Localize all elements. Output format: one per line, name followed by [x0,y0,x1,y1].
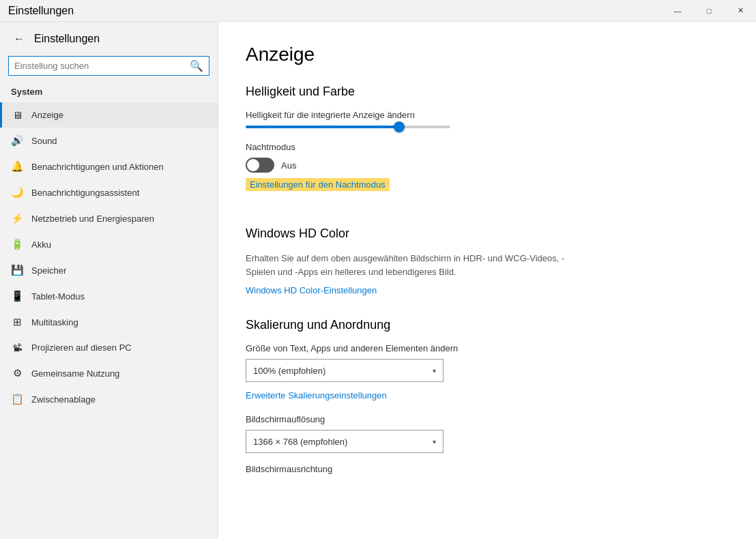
section-title-helligkeit: Helligkeit und Farbe [246,85,729,99]
nachtmodus-toggle-row: Aus [246,158,729,173]
search-icon: 🔍 [190,59,203,72]
brightness-slider-thumb[interactable] [394,121,405,132]
sidebar-item-gemeinsame[interactable]: ⚙ Gemeinsame Nutzung [0,360,218,386]
nachtmodus-label: Nachtmodus [246,142,729,152]
tablet-icon: 📱 [11,290,23,302]
chevron-down-icon: ▾ [433,367,436,375]
sidebar: ← Einstellungen 🔍 System 🖥 Anzeige 🔊 Sou… [0,22,218,539]
titlebar: Einstellungen — □ ✕ [0,0,756,22]
sidebar-item-label: Tablet-Modus [31,291,85,302]
sidebar-item-label: Projizieren auf diesen PC [31,343,132,353]
sharing-icon: ⚙ [11,367,23,379]
brightness-slider-fill [246,126,399,128]
sidebar-section-label: System [0,84,218,102]
project-icon: 📽 [11,342,23,353]
brightness-setting: Helligkeit für die integrierte Anzeige ä… [246,110,729,128]
sidebar-item-speicher[interactable]: 💾 Speicher [0,257,218,283]
brightness-slider-track[interactable] [246,126,450,128]
back-button[interactable]: ← [11,30,27,48]
sidebar-item-benachrichtigungsassistent[interactable]: 🌙 Benachrichtigungsassistent [0,179,218,205]
sidebar-item-anzeige[interactable]: 🖥 Anzeige [0,102,218,128]
sidebar-search-container: 🔍 [8,56,209,76]
section-title-hd-color: Windows HD Color [246,227,729,241]
toggle-off-label: Aus [281,160,296,171]
aufloesung-label: Bildschirmauflösung [246,414,729,424]
moon-icon: 🌙 [11,186,23,199]
page-title: Anzeige [246,44,729,65]
chevron-down-icon-2: ▾ [433,438,436,446]
nachtmodus-toggle[interactable] [246,158,274,173]
sidebar-item-projizieren[interactable]: 📽 Projizieren auf diesen PC [0,335,218,360]
hd-color-description: Erhalten Sie auf dem oben ausgewählten B… [246,252,587,278]
sidebar-app-title: Einstellungen [34,33,100,45]
sidebar-item-label: Anzeige [31,110,63,120]
hd-color-link[interactable]: Windows HD Color-Einstellungen [246,285,377,295]
sidebar-item-label: Sound [31,136,57,146]
section-hd-color: Windows HD Color Erhalten Sie auf dem ob… [246,227,729,296]
maximize-button[interactable]: □ [693,0,725,22]
minimize-button[interactable]: — [662,0,693,22]
sidebar-item-sound[interactable]: 🔊 Sound [0,128,218,154]
section-skalierung: Skalierung und Anordnung Größe von Text,… [246,318,729,474]
multitasking-icon: ⊞ [11,316,23,328]
storage-icon: 💾 [11,264,23,276]
clipboard-icon: 📋 [11,393,23,405]
toggle-knob [247,159,259,171]
power-icon: ⚡ [11,212,23,224]
content-area: Anzeige Helligkeit und Farbe Helligkeit … [218,22,756,539]
aufloesung-dropdown[interactable]: 1366 × 768 (empfohlen) ▾ [246,430,444,453]
nachtmodus-settings-link[interactable]: Einstellungen für den Nachtmodus [246,178,390,191]
aufloesung-dropdown-value: 1366 × 768 (empfohlen) [253,437,347,447]
sidebar-item-label: Netzbetrieb und Energiesparen [31,214,154,224]
aufloesung-dropdown-wrap: 1366 × 768 (empfohlen) ▾ [246,430,729,453]
sidebar-item-akku[interactable]: 🔋 Akku [0,231,218,257]
section-helligkeit: Helligkeit und Farbe Helligkeit für die … [246,85,729,205]
search-input[interactable] [14,61,190,71]
section-title-skalierung: Skalierung und Anordnung [246,318,729,332]
groesse-dropdown-wrap: 100% (empfohlen) ▾ [246,359,729,382]
groesse-label: Größe von Text, Apps und anderen Element… [246,343,729,353]
sidebar-item-multitasking[interactable]: ⊞ Multitasking [0,309,218,335]
sidebar-item-label: Gemeinsame Nutzung [31,368,119,379]
sidebar-item-label: Zwischenablage [31,394,96,405]
main-layout: ← Einstellungen 🔍 System 🖥 Anzeige 🔊 Sou… [0,22,756,539]
notification-icon: 🔔 [11,160,23,173]
display-icon: 🖥 [11,109,23,121]
ausrichtung-label: Bildschirmausrichtung [246,464,729,474]
sidebar-item-benachrichtigungen[interactable]: 🔔 Benachrichtigungen und Aktionen [0,154,218,179]
close-button[interactable]: ✕ [725,0,756,22]
sidebar-item-label: Speicher [31,265,66,276]
battery-icon: 🔋 [11,238,23,250]
sidebar-item-zwischenablage[interactable]: 📋 Zwischenablage [0,386,218,412]
sidebar-item-label: Akku [31,239,51,250]
sidebar-item-label: Benachrichtigungen und Aktionen [31,162,164,172]
sidebar-item-tablet[interactable]: 📱 Tablet-Modus [0,283,218,309]
sound-icon: 🔊 [11,134,23,147]
brightness-label: Helligkeit für die integrierte Anzeige ä… [246,110,729,120]
erweitert-link[interactable]: Erweiterte Skalierungseinstellungen [246,390,729,400]
sidebar-header: ← Einstellungen [0,22,218,56]
groesse-dropdown-value: 100% (empfohlen) [253,366,325,376]
sidebar-item-netzbetrieb[interactable]: ⚡ Netzbetrieb und Energiesparen [0,205,218,231]
sidebar-item-label: Multitasking [31,317,78,327]
titlebar-controls: — □ ✕ [662,0,756,22]
groesse-dropdown[interactable]: 100% (empfohlen) ▾ [246,359,444,382]
sidebar-item-label: Benachrichtigungsassistent [31,188,139,198]
titlebar-left: Einstellungen [8,5,74,17]
titlebar-title: Einstellungen [8,5,74,17]
